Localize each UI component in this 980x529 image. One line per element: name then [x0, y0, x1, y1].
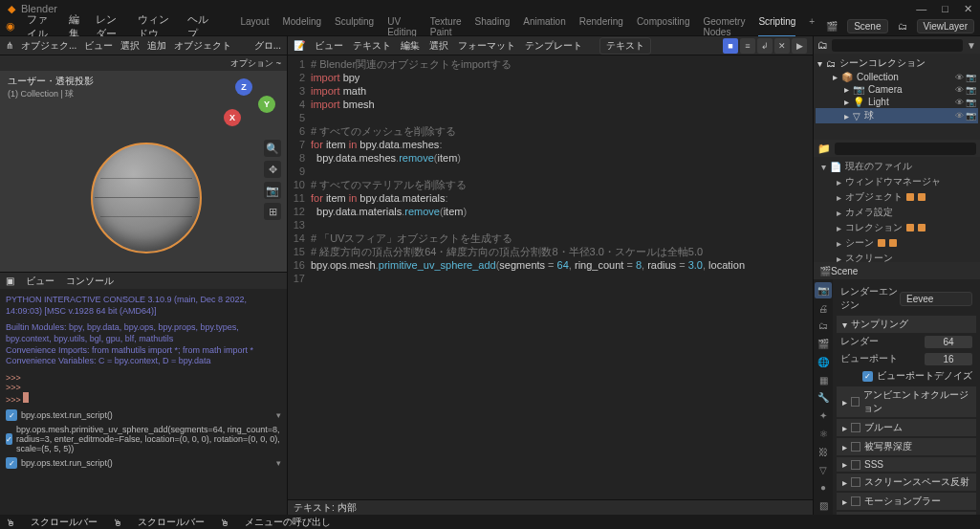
console-prompt[interactable]: >>>	[6, 392, 281, 404]
outliner-item[interactable]: ▸💡Light👁📷	[816, 96, 978, 108]
outliner-item[interactable]: ▸📷Camera👁📷	[816, 83, 978, 96]
tab-scripting[interactable]: Scripting	[758, 16, 795, 37]
camera-icon[interactable]: 📷	[966, 85, 976, 95]
property-panel-header[interactable]: ▸スクリーンスペース反射	[837, 474, 976, 491]
mode-dropdown[interactable]: オブジェク...	[21, 39, 76, 53]
constraint-tab-icon[interactable]: ⛓	[815, 444, 832, 460]
menu-text[interactable]: テキスト	[353, 39, 391, 53]
eye-icon[interactable]: 👁	[955, 73, 964, 82]
viewlayer-name-input[interactable]: ViewLayer	[917, 19, 975, 33]
object-tab-icon[interactable]: ▦	[815, 372, 832, 388]
property-panel-header[interactable]: ▸被写界深度	[837, 438, 976, 455]
camera-icon[interactable]: 📷	[966, 111, 976, 121]
orientation-dropdown[interactable]: グロ...	[254, 39, 281, 53]
tab-uvediting[interactable]: UV Editing	[387, 16, 417, 37]
render-samples-input[interactable]: 64	[925, 336, 972, 348]
text-editor[interactable]: 1234567891011121314151617 # Blender関連のオブ…	[288, 55, 813, 499]
disclosure-icon[interactable]: ▾	[817, 58, 822, 69]
uv-sphere-object[interactable]	[91, 143, 206, 257]
sampling-panel[interactable]: ▾サンプリング	[837, 316, 976, 333]
tab-geometrynodes[interactable]: Geometry Nodes	[703, 16, 745, 37]
outliner-scene-collection[interactable]: ▾ 🗂 シーンコレクション	[816, 55, 978, 71]
navigation-gizmo[interactable]: Z Y X	[218, 77, 275, 134]
file-search-input[interactable]	[835, 143, 976, 155]
mesh-tab-icon[interactable]: ▽	[815, 462, 832, 478]
3d-viewport[interactable]: ユーザー・透視投影 (1) Collection | 球 Z Y X 🔍 ✥ 📷…	[0, 71, 287, 272]
property-panel-header[interactable]: ▸ボリューメトリック	[837, 512, 976, 515]
menu-select[interactable]: 選択	[120, 39, 140, 53]
scene-tab-icon[interactable]: 🎬	[815, 336, 832, 352]
text-name-input[interactable]: テキスト	[599, 37, 651, 55]
particle-tab-icon[interactable]: ✦	[815, 408, 832, 424]
close-text-button[interactable]: ✕	[774, 38, 790, 54]
file-item[interactable]: ▸ウィンドウマネージャ	[816, 174, 978, 189]
editor-type-icon[interactable]: ⋔	[6, 40, 13, 51]
menu-format[interactable]: フォーマット	[458, 39, 515, 53]
menu-object[interactable]: オブジェクト	[174, 39, 231, 53]
camera-icon[interactable]: 📷	[264, 182, 281, 199]
property-panel-header[interactable]: ▸アンビエントオクルージョン	[837, 386, 976, 417]
code-area[interactable]: # Blender関連のオブジェクトをimportするimport bpyimp…	[311, 57, 813, 497]
scene-name-input[interactable]: Scene	[847, 19, 887, 33]
menu-view[interactable]: ビュー	[315, 39, 343, 53]
viewlayer-tab-icon[interactable]: 🗂	[815, 319, 832, 335]
menu-view[interactable]: ビュー	[26, 275, 54, 288]
menu-console[interactable]: コンソール	[66, 275, 114, 288]
file-browser[interactable]: ▾📄現在のファイル ▸ウィンドウマネージャ▸オブジェクト ▸カメラ設定▸コレクシ…	[814, 157, 980, 262]
tab-compositing[interactable]: Compositing	[637, 16, 690, 37]
axis-x[interactable]: X	[224, 109, 241, 126]
minimize-button[interactable]: —	[916, 3, 926, 15]
file-item[interactable]: ▸カメラ設定	[816, 205, 978, 220]
text-editor-icon[interactable]: 📝	[294, 40, 305, 51]
menu-template[interactable]: テンプレート	[525, 39, 582, 53]
viewport-samples-input[interactable]: 16	[925, 353, 972, 365]
console-editor-icon[interactable]: ▣	[6, 276, 14, 286]
axis-z[interactable]: Z	[235, 78, 252, 96]
syntax-highlight-toggle[interactable]: ■	[723, 38, 738, 54]
tab-rendering[interactable]: Rendering	[579, 16, 623, 37]
property-panel-header[interactable]: ▸モーションブラー	[837, 493, 976, 510]
eye-icon[interactable]: 👁	[955, 85, 964, 95]
file-root[interactable]: ▾📄現在のファイル	[816, 159, 978, 174]
add-workspace-button[interactable]: +	[809, 16, 815, 37]
python-console[interactable]: PYTHON INTERACTIVE CONSOLE 3.10.9 (main,…	[0, 289, 287, 404]
material-tab-icon[interactable]: ●	[815, 479, 832, 496]
tab-sculpting[interactable]: Sculpting	[335, 16, 374, 37]
pan-icon[interactable]: ✥	[264, 161, 281, 178]
tab-texturepaint[interactable]: Texture Paint	[430, 16, 462, 37]
denoise-checkbox[interactable]: ✓	[862, 371, 873, 382]
eye-icon[interactable]: 👁	[955, 111, 964, 121]
run-script-button[interactable]: ▶	[792, 38, 807, 54]
tab-shading[interactable]: Shading	[475, 16, 511, 37]
wrap-toggle[interactable]: ↲	[757, 38, 773, 54]
outliner-search-input[interactable]	[832, 39, 963, 52]
file-browser-icon[interactable]: 📁	[817, 143, 831, 155]
camera-icon[interactable]: 📷	[966, 73, 976, 82]
file-item[interactable]: ▸シーン	[816, 235, 978, 251]
world-tab-icon[interactable]: 🌐	[815, 354, 832, 370]
maximize-button[interactable]: □	[942, 3, 948, 15]
close-button[interactable]: ✕	[964, 3, 972, 15]
scene-breadcrumb[interactable]: Scene	[831, 266, 858, 276]
property-panel-header[interactable]: ▸ブルーム	[837, 419, 976, 436]
render-tab-icon[interactable]: 📷	[815, 282, 832, 298]
outliner[interactable]: ▾ 🗂 シーンコレクション ▸📦Collection👁📷▸📷Camera👁📷▸💡…	[814, 54, 980, 140]
camera-icon[interactable]: 📷	[966, 98, 976, 107]
physics-tab-icon[interactable]: ⚛	[815, 426, 832, 442]
property-panel-header[interactable]: ▸SSS	[837, 457, 976, 472]
tab-animation[interactable]: Animation	[523, 16, 565, 37]
tab-modeling[interactable]: Modeling	[282, 16, 321, 37]
zoom-icon[interactable]: 🔍	[264, 140, 281, 157]
eye-icon[interactable]: 👁	[955, 98, 964, 107]
outliner-item[interactable]: ▸📦Collection👁📷	[816, 71, 978, 83]
outliner-item[interactable]: ▸▽球👁📷	[816, 108, 978, 123]
filter-icon[interactable]: ▼	[967, 40, 976, 51]
blender-icon[interactable]: ◉	[6, 20, 15, 33]
disclosure-icon[interactable]: ▾	[821, 162, 826, 172]
file-item[interactable]: ▸コレクション	[816, 220, 978, 235]
line-numbers-toggle[interactable]: ≡	[740, 38, 755, 54]
tab-layout[interactable]: Layout	[240, 16, 269, 37]
axis-y[interactable]: Y	[258, 96, 275, 113]
file-item[interactable]: ▸オブジェクト	[816, 189, 978, 205]
menu-view[interactable]: ビュー	[84, 39, 113, 53]
